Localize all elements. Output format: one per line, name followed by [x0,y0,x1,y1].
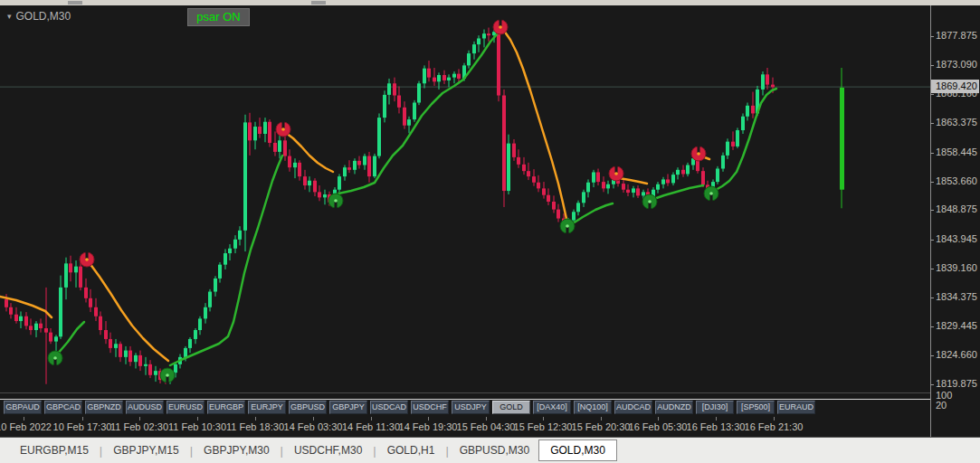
candle-body [547,195,550,202]
symbol-button-sp500[interactable]: [SP500] [737,401,775,414]
candle-body [736,130,739,146]
symbol-button-eurgbp[interactable]: EURGBP [207,401,245,414]
symbol-button-audnzd[interactable]: AUDNZD [655,401,693,414]
candle-body [676,170,680,175]
chevron-down-icon: ▾ [7,12,12,21]
symbol-button-dji30[interactable]: [DJI30] [696,401,734,414]
candle-body [283,140,287,156]
symbol-button-gbpaud[interactable]: GBPAUD [4,401,42,414]
candle-body [442,75,446,80]
candle-body [89,298,92,307]
price-tick-label: 1853.660 [936,175,977,186]
symbol-button-audcad[interactable]: AUDCAD [614,401,652,414]
candle-body [433,78,436,82]
time-tick-label: 11 Feb 10:30 [168,421,226,432]
candle-body [622,184,625,190]
top-toolbar-strip [0,0,980,5]
candle-body [5,299,8,307]
chart-tab-gbpjpy-m15[interactable]: GBPJPY,M15 [104,440,187,460]
tab-separator: | [188,444,195,458]
symbol-button-gold[interactable]: GOLD [492,401,530,414]
isolated-bar-body [840,88,844,190]
candle-body [338,176,341,190]
candle-body [224,253,227,265]
symbol-button-eurusd[interactable]: EURUSD [167,401,205,414]
tab-separator: | [279,444,285,458]
sell-signal-notch [615,165,618,173]
candle-body [128,351,132,363]
candle-body [701,171,705,184]
ma-line-down [504,31,566,219]
candle-body [666,179,670,183]
candle-body [233,240,237,249]
candle-body [39,324,43,328]
time-tick-label: 16 Feb 21:30 [745,421,804,432]
candle-body [721,156,725,169]
symbol-button-nq100[interactable]: [NQ100] [574,401,612,414]
candle-body [502,96,506,192]
symbol-button-euraud[interactable]: EURAUD [777,401,815,414]
time-tick-label: 16 Feb 13:30 [687,421,746,432]
symbol-button-gbpcad[interactable]: GBPCAD [44,401,82,414]
candle-body [726,142,729,156]
time-tick-dash [24,417,24,420]
candle-body [363,156,366,165]
candle-body [148,364,152,375]
symbol-button-usdjpy[interactable]: USDJPY [452,401,490,414]
chart-tab-gold-h1[interactable]: GOLD,H1 [378,440,444,460]
time-tick-label: 15 Feb 04:30 [457,421,516,432]
candle-body [482,33,486,38]
candle-body [387,83,391,95]
candle-body [218,265,222,279]
toolbar-remnant-mark [68,1,82,5]
candle-body [367,156,371,177]
chart-tab-gbpjpy-m30[interactable]: GBPJPY,M30 [195,440,278,460]
chart-tab-gbpusd-m30[interactable]: GBPUSD,M30 [451,440,538,460]
time-tick-dash [716,417,717,420]
candle-body [507,144,510,191]
symbol-button-audusd[interactable]: AUDUSD [126,401,164,414]
symbol-button-gbpusd[interactable]: GBPUSD [289,401,327,414]
candle-body [557,210,560,219]
time-axis[interactable]: 10 Feb 202210 Feb 17:3011 Feb 02:3011 Fe… [0,417,930,436]
price-tick-dash [930,269,934,269]
candle-body [49,333,52,342]
candle-body [288,156,291,168]
chart-tab-eurgbp-m15[interactable]: EURGBP,M15 [11,440,98,460]
candle-body [29,326,33,330]
symbol-button-eurjpy[interactable]: EURJPY [248,401,286,414]
psar-toggle-button[interactable]: psar ON [187,8,250,26]
candle-body [661,179,665,184]
candle-body [407,119,411,126]
candle-body [582,192,585,203]
sell-signal-notch [86,251,89,259]
subwindow-divider[interactable] [0,392,980,393]
time-tick-label: 10 Feb 2022 [0,421,52,432]
symbol-button-dax40[interactable]: [DAX40] [533,401,571,414]
sell-signal-dot [614,172,618,175]
candle-body [347,167,351,170]
chart-tab-usdchf-m30[interactable]: USDCHF,M30 [285,440,371,460]
candle-body [109,339,112,348]
price-tick-dash [930,123,934,124]
price-tick-label: 1848.875 [936,203,977,214]
candle-body [572,212,576,220]
subwindow-frame-line [0,399,932,400]
tab-separator: | [371,444,377,458]
symbol-button-usdchf[interactable]: USDCHF [411,401,449,414]
candle-body [308,181,311,185]
time-tick-dash [197,417,198,420]
chart-canvas[interactable] [0,0,930,399]
candle-body [258,127,262,134]
ma-line-down [286,133,333,172]
candle-body [642,192,645,195]
chart-tab-gold-m30[interactable]: GOLD,M30 [538,439,617,461]
symbol-button-usdcad[interactable]: USDCAD [370,401,408,414]
sell-signal-dot [697,152,700,156]
symbol-button-gbpjpy[interactable]: GBPJPY [329,401,367,414]
symbol-button-gbpnzd[interactable]: GBPNZD [85,401,123,414]
candle-body [268,122,271,143]
time-tick-label: 14 Feb 03:30 [284,421,343,432]
buy-signal-dot [53,356,57,360]
chart-tab-bar: EURGBP,M15|GBPJPY,M15|GBPJPY,M30|USDCHF,… [0,437,980,463]
